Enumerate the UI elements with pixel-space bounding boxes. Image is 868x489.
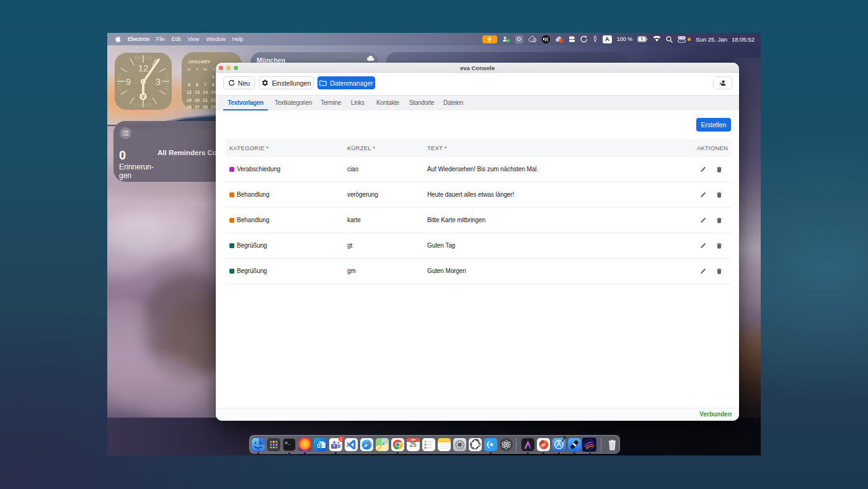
svg-text:W: W [203,68,207,71]
svg-text:9: 9 [126,76,131,87]
svg-text:20: 20 [195,98,200,102]
svg-text:26: 26 [187,105,192,109]
svg-text:T: T [196,68,198,71]
svg-text:28: 28 [203,105,208,109]
svg-text:JANUARY: JANUARY [188,60,210,64]
svg-text:6: 6 [196,83,198,87]
svg-text:T: T [212,68,215,71]
svg-text:7: 7 [204,83,206,87]
svg-text:14: 14 [203,90,208,94]
svg-text:8: 8 [212,83,215,87]
svg-text:19: 19 [187,98,192,102]
svg-text:1: 1 [212,74,215,79]
svg-text:21: 21 [203,98,208,102]
svg-text:M: M [188,68,191,71]
svg-text:3: 3 [156,76,161,87]
svg-text:i: i [534,38,534,42]
svg-text:P: P [542,442,546,448]
svg-text:15: 15 [211,90,216,94]
svg-text:5: 5 [188,83,190,87]
svg-text:22: 22 [211,98,216,102]
svg-text:27: 27 [195,105,200,109]
svg-text:12: 12 [138,63,149,73]
svg-text:29: 29 [211,105,216,109]
svg-text:12: 12 [187,90,192,94]
svg-text:13: 13 [195,90,200,94]
